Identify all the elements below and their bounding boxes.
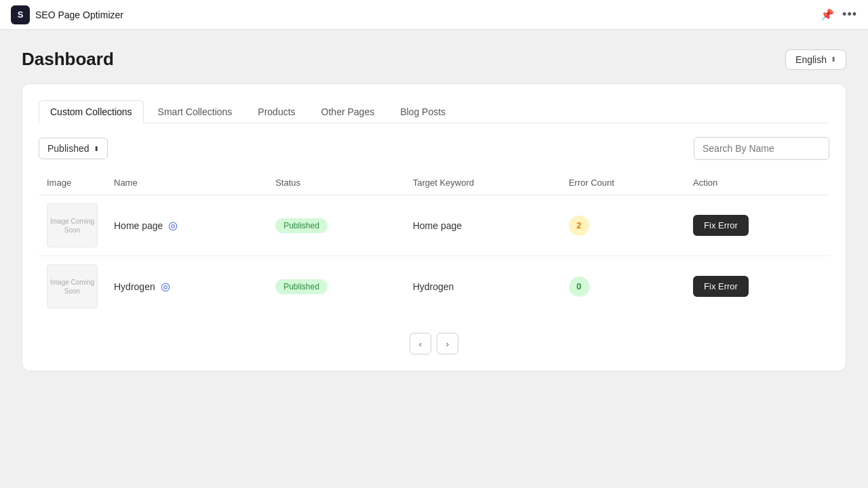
main-card: Custom Collections Smart Collections Pro…: [22, 83, 846, 371]
cell-errors-0: 2: [561, 195, 685, 256]
target-keyword-0: Home page: [413, 220, 462, 231]
topbar-left: S SEO Page Optimizer: [11, 5, 123, 24]
pin-icon[interactable]: 📌: [821, 8, 834, 21]
name-cell-1: Hydrogen ◎: [114, 280, 259, 293]
cell-image-0: Image Coming Soon: [39, 195, 106, 256]
app-title: SEO Page Optimizer: [35, 9, 123, 20]
more-icon[interactable]: •••: [842, 7, 857, 22]
next-page-button[interactable]: ›: [437, 333, 458, 354]
col-error-count: Error Count: [561, 171, 685, 195]
table-row: Image Coming Soon Home page ◎ Published …: [39, 195, 829, 256]
tab-other-pages[interactable]: Other Pages: [310, 100, 387, 123]
status-filter-label: Published: [47, 143, 90, 154]
row-name-1: Hydrogen: [114, 281, 155, 292]
status-filter[interactable]: Published ⬍: [39, 138, 108, 159]
search-input-wrap: [694, 137, 829, 160]
tab-custom-collections[interactable]: Custom Collections: [39, 100, 144, 123]
col-status: Status: [267, 171, 405, 195]
image-placeholder-1: Image Coming Soon: [47, 264, 98, 308]
topbar: S SEO Page Optimizer 📌 •••: [0, 0, 868, 30]
language-label: English: [795, 54, 827, 65]
table-wrap: Image Name Status Target Keyword Error C…: [39, 171, 829, 317]
target-keyword-1: Hydrogen: [413, 281, 454, 292]
search-input[interactable]: [694, 137, 829, 160]
table-row: Image Coming Soon Hydrogen ◎ Published H…: [39, 256, 829, 317]
row-name-0: Home page: [114, 220, 163, 231]
cell-name-1: Hydrogen ◎: [106, 256, 267, 317]
chevron-down-icon: ⬍: [831, 56, 836, 63]
view-icon-1[interactable]: ◎: [161, 280, 170, 293]
dashboard-header: Dashboard English ⬍: [22, 49, 846, 70]
table-header-row: Image Name Status Target Keyword Error C…: [39, 171, 829, 195]
filters-row: Published ⬍: [39, 137, 829, 160]
tabs-row: Custom Collections Smart Collections Pro…: [39, 100, 829, 123]
cell-name-0: Home page ◎: [106, 195, 267, 256]
status-badge-1: Published: [275, 279, 328, 294]
prev-page-button[interactable]: ‹: [410, 333, 431, 354]
tab-smart-collections[interactable]: Smart Collections: [146, 100, 244, 123]
cell-action-1: Fix Error: [685, 256, 829, 317]
error-count-badge-0: 2: [569, 216, 589, 236]
language-selector[interactable]: English ⬍: [785, 49, 846, 70]
cell-image-1: Image Coming Soon: [39, 256, 106, 317]
data-table: Image Name Status Target Keyword Error C…: [39, 171, 829, 317]
col-name: Name: [106, 171, 267, 195]
cell-errors-1: 0: [561, 256, 685, 317]
tab-blog-posts[interactable]: Blog Posts: [389, 100, 457, 123]
view-icon-0[interactable]: ◎: [168, 219, 178, 232]
page-title: Dashboard: [22, 49, 114, 70]
chevron-updown-icon: ⬍: [94, 145, 99, 152]
cell-keyword-1: Hydrogen: [405, 256, 561, 317]
col-target-keyword: Target Keyword: [405, 171, 561, 195]
image-placeholder-0: Image Coming Soon: [47, 203, 98, 247]
tab-products[interactable]: Products: [246, 100, 307, 123]
status-badge-0: Published: [275, 218, 328, 233]
col-action: Action: [685, 171, 829, 195]
cell-keyword-0: Home page: [405, 195, 561, 256]
cell-action-0: Fix Error: [685, 195, 829, 256]
topbar-right: 📌 •••: [821, 7, 857, 22]
cell-status-0: Published: [267, 195, 405, 256]
app-icon: S: [11, 5, 30, 24]
name-cell-0: Home page ◎: [114, 219, 259, 232]
fix-error-button-1[interactable]: Fix Error: [693, 276, 749, 297]
col-image: Image: [39, 171, 106, 195]
pagination: ‹ ›: [39, 333, 829, 354]
fix-error-button-0[interactable]: Fix Error: [693, 215, 749, 236]
cell-status-1: Published: [267, 256, 405, 317]
main-content: Dashboard English ⬍ Custom Collections S…: [0, 30, 868, 390]
error-count-badge-1: 0: [569, 277, 589, 297]
